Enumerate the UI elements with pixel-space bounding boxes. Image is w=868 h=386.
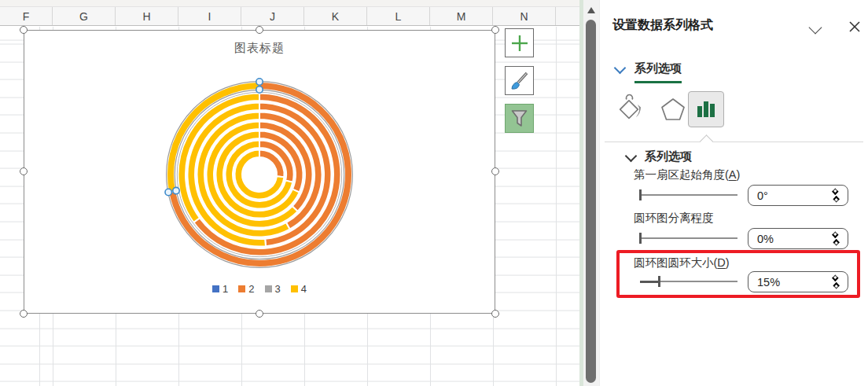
resize-handle-bottom-mid[interactable] [256,310,263,318]
legend-swatch [265,285,272,292]
pane-title: 设置数据系列格式 [612,17,713,34]
doughnut-hole-size-label: 圆环图圆环大小(D) [634,255,730,270]
spin-up-icon[interactable] [832,188,838,194]
angle-of-first-slice-slider[interactable] [640,189,737,200]
column-header-M[interactable]: M [430,7,493,25]
pentagon-effects-icon [659,95,687,123]
chevron-down-icon [614,62,627,75]
add-chart-element-button[interactable] [505,28,534,57]
plus-icon [510,34,529,53]
chevron-down-icon [625,149,638,162]
pane-options-button[interactable] [807,21,824,35]
spreadsheet-area[interactable]: FGHIJKLMN 图表标题 1234 [0,0,579,386]
slider-handle[interactable] [639,233,642,244]
resize-handle-top-right[interactable] [491,26,499,34]
legend-item[interactable]: 4 [291,283,307,295]
doughnut-explosion-spinner[interactable]: 0% [748,228,848,249]
legend-label: 3 [275,283,281,295]
resize-handle-bottom-right[interactable] [491,310,499,318]
resize-handle-top-mid[interactable] [256,26,263,34]
tab-effects[interactable] [655,91,691,127]
legend-item[interactable]: 3 [265,283,281,295]
chart-object[interactable]: 图表标题 1234 [24,30,495,314]
doughnut-explosion-label: 圆环图分离程度 [634,211,714,226]
angle-of-first-slice-spinner[interactable]: 0° [748,185,848,206]
spin-up-icon[interactable] [832,231,838,237]
resize-handle-left-mid[interactable] [20,167,28,175]
tab-fill-line[interactable] [611,91,647,127]
doughnut-chart[interactable] [24,31,496,314]
legend-item[interactable]: 1 [212,283,228,295]
resize-handle-bottom-left[interactable] [20,310,28,318]
column-header-F[interactable]: F [0,7,53,25]
column-header-J[interactable]: J [241,7,304,25]
column-header-L[interactable]: L [367,7,430,25]
chart-styles-button[interactable] [505,66,534,95]
spinner-value[interactable]: 0% [757,233,774,245]
series-options-section-header[interactable]: 系列选项 [617,149,692,164]
scrollbar-thumb[interactable] [586,20,596,383]
spin-down-icon[interactable] [833,239,839,245]
angle-of-first-slice-label: 第一扇区起始角度(A) [634,167,740,182]
legend-label: 1 [223,283,228,295]
doughnut-explosion-slider[interactable] [640,233,737,244]
chevron-down-icon [809,20,822,34]
slider-fill [640,281,660,283]
close-icon [848,20,861,33]
spin-down-icon[interactable] [833,196,839,202]
brush-icon [509,71,530,91]
column-header-N[interactable]: N [493,7,556,25]
column-header-G[interactable]: G [53,7,116,25]
series-options-link[interactable]: 系列选项 [616,61,682,83]
spinner-value[interactable]: 15% [757,276,780,289]
column-header-partial [556,7,579,25]
slider-handle[interactable] [658,276,660,287]
chart-legend[interactable]: 1234 [24,283,495,295]
slider-handle[interactable] [639,189,642,200]
legend-label: 2 [248,283,254,295]
tab-series-options[interactable] [688,91,724,127]
legend-swatch [212,285,219,292]
legend-label: 4 [301,283,307,295]
spinner-value[interactable]: 0° [757,189,768,202]
column-headers: FGHIJKLMN [0,7,579,26]
scroll-up-arrow-icon[interactable] [587,7,595,13]
legend-swatch [238,285,245,292]
doughnut-hole-size-spinner[interactable]: 15% [748,271,848,292]
legend-swatch [291,285,298,292]
column-header-K[interactable]: K [304,7,367,25]
format-pane: 设置数据系列格式 系列选项 [599,0,868,386]
chart-quick-buttons [505,28,534,133]
resize-handle-right-mid[interactable] [491,167,499,175]
resize-handle-top-left[interactable] [20,26,28,34]
spin-up-icon[interactable] [832,274,838,281]
spin-down-icon[interactable] [833,282,839,289]
divider [605,142,863,142]
funnel-icon [510,109,528,128]
column-header-H[interactable]: H [116,7,178,25]
legend-item[interactable]: 2 [238,283,254,295]
vertical-scrollbar[interactable] [579,0,599,386]
pane-close-button[interactable] [847,20,862,35]
fill-bucket-icon [613,94,645,125]
column-header-I[interactable]: I [178,7,241,25]
bar-chart-icon [696,99,716,119]
selected-tab-notch [699,134,713,149]
doughnut-hole-size-slider[interactable] [640,276,737,287]
formula-bar-edge [0,0,579,7]
chart-filters-button[interactable] [505,104,534,133]
